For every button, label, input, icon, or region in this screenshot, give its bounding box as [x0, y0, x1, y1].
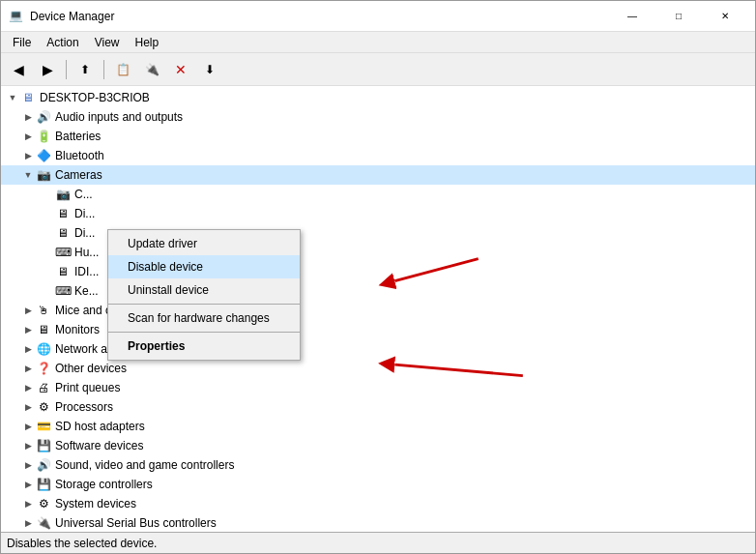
status-text: Disables the selected device. [7, 537, 157, 550]
tree-item-batteries[interactable]: ▶ 🔋 Batteries [1, 127, 755, 146]
expand-software[interactable]: ▶ [20, 438, 36, 453]
toolbar-properties[interactable]: 📋 [109, 57, 136, 82]
audio-label: Audio inputs and outputs [55, 110, 183, 124]
di1-label: Di... [74, 207, 95, 220]
toolbar: ◀ ▶ ⬆ 📋 🔌 ✕ ⬇ [1, 53, 755, 86]
tree-item-sound[interactable]: ▶ 🔊 Sound, video and game controllers [1, 455, 755, 475]
print-label: Print queues [55, 381, 120, 394]
tree-item-di1[interactable]: 🖥 Di... [1, 204, 755, 223]
tree-item-system[interactable]: ▶ ⚙ System devices [1, 494, 755, 513]
tree-panel[interactable]: ▼ 🖥 DESKTOP-B3CRIOB ▶ 🔊 Audio inputs and… [1, 86, 755, 532]
menu-help[interactable]: Help [128, 34, 167, 51]
window-title: Device Manager [30, 10, 610, 23]
tree-root[interactable]: ▼ 🖥 DESKTOP-B3CRIOB [1, 88, 755, 107]
audio-icon: 🔊 [36, 109, 51, 125]
toolbar-forward[interactable]: ▶ [34, 57, 61, 82]
device-manager-window: 💻 Device Manager — □ ✕ File Action View … [0, 0, 756, 554]
ctx-scan-hardware[interactable]: Scan for hardware changes [108, 306, 300, 330]
other-label: Other devices [55, 362, 127, 375]
menu-file[interactable]: File [5, 34, 39, 51]
expand-monitors[interactable]: ▶ [20, 322, 36, 337]
minimize-button[interactable]: — [610, 1, 654, 32]
monitors-icon: 🖥 [36, 322, 51, 337]
usb-icon: 🔌 [36, 515, 51, 531]
tree-item-audio[interactable]: ▶ 🔊 Audio inputs and outputs [1, 107, 755, 127]
expand-mice[interactable]: ▶ [20, 303, 36, 318]
expand-usb[interactable]: ▶ [20, 515, 36, 531]
tree-item-cameras[interactable]: ▼ 📷 Cameras [1, 165, 755, 185]
idi-icon: 🖥 [55, 264, 71, 279]
network-icon: 🌐 [36, 341, 51, 357]
content-area: ▼ 🖥 DESKTOP-B3CRIOB ▶ 🔊 Audio inputs and… [1, 86, 755, 532]
expand-other[interactable]: ▶ [20, 361, 36, 376]
c1-label: C... [74, 188, 93, 201]
processors-icon: ⚙ [36, 399, 51, 415]
storage-icon: 💾 [36, 477, 51, 492]
tree-item-usb[interactable]: ▶ 🔌 Universal Serial Bus controllers [1, 513, 755, 532]
di2-icon: 🖥 [55, 225, 71, 241]
expand-system[interactable]: ▶ [20, 496, 36, 511]
expand-bluetooth[interactable]: ▶ [20, 148, 36, 163]
ke-label: Ke... [74, 284, 99, 298]
tree-item-other[interactable]: ▶ ❓ Other devices [1, 359, 755, 378]
toolbar-scan[interactable]: ⬇ [196, 57, 223, 82]
tree-item-sd[interactable]: ▶ 💳 SD host adapters [1, 417, 755, 436]
tree-item-c1[interactable]: 📷 C... [1, 185, 755, 204]
ctx-sep-1 [108, 304, 300, 305]
c1-icon: 📷 [55, 187, 71, 202]
batteries-label: Batteries [55, 130, 101, 143]
expand-network[interactable]: ▶ [20, 341, 36, 357]
tree-item-bluetooth[interactable]: ▶ 🔷 Bluetooth [1, 146, 755, 165]
sound-icon: 🔊 [36, 457, 51, 473]
mice-icon: 🖱 [36, 303, 51, 318]
toolbar-update-driver[interactable]: 🔌 [138, 57, 165, 82]
ctx-update-driver[interactable]: Update driver [108, 232, 300, 255]
menu-view[interactable]: View [87, 34, 128, 51]
expand-cameras[interactable]: ▼ [20, 167, 36, 183]
processors-label: Processors [55, 400, 113, 414]
system-label: System devices [55, 497, 136, 510]
expand-print[interactable]: ▶ [20, 380, 36, 395]
window-controls: — □ ✕ [610, 1, 747, 32]
software-icon: 💾 [36, 438, 51, 453]
tree-item-print[interactable]: ▶ 🖨 Print queues [1, 378, 755, 397]
sd-icon: 💳 [36, 419, 51, 434]
expand-processors[interactable]: ▶ [20, 399, 36, 415]
menu-action[interactable]: Action [39, 34, 86, 51]
storage-label: Storage controllers [55, 478, 153, 491]
toolbar-up[interactable]: ⬆ [72, 57, 99, 82]
maximize-button[interactable]: □ [656, 1, 701, 32]
bluetooth-label: Bluetooth [55, 149, 104, 162]
sd-label: SD host adapters [55, 420, 145, 433]
expand-sd[interactable]: ▶ [20, 419, 36, 434]
ctx-disable-device[interactable]: Disable device [108, 255, 300, 278]
ke-icon: ⌨ [55, 283, 71, 299]
toolbar-sep-1 [66, 60, 67, 79]
hu-icon: ⌨ [55, 245, 71, 260]
usb-label: Universal Serial Bus controllers [55, 516, 217, 530]
cameras-label: Cameras [55, 168, 102, 182]
toolbar-back[interactable]: ◀ [5, 57, 32, 82]
tree-item-software[interactable]: ▶ 💾 Software devices [1, 436, 755, 455]
tree-item-processors[interactable]: ▶ ⚙ Processors [1, 397, 755, 417]
expand-audio[interactable]: ▶ [20, 109, 36, 125]
batteries-icon: 🔋 [36, 129, 51, 144]
expand-batteries[interactable]: ▶ [20, 129, 36, 144]
menu-bar: File Action View Help [1, 32, 755, 53]
ctx-properties[interactable]: Properties [108, 335, 300, 358]
toolbar-sep-2 [103, 60, 104, 79]
toolbar-disable[interactable]: ✕ [167, 57, 194, 82]
tree-item-storage[interactable]: ▶ 💾 Storage controllers [1, 475, 755, 494]
root-icon: 🖥 [20, 90, 36, 105]
ctx-sep-2 [108, 332, 300, 333]
expand-sound[interactable]: ▶ [20, 457, 36, 473]
expand-root[interactable]: ▼ [5, 90, 20, 105]
sound-label: Sound, video and game controllers [55, 458, 234, 472]
expand-storage[interactable]: ▶ [20, 477, 36, 492]
hu-label: Hu... [74, 246, 99, 259]
close-button[interactable]: ✕ [703, 1, 747, 32]
app-icon: 💻 [9, 9, 24, 24]
system-icon: ⚙ [36, 496, 51, 511]
ctx-uninstall-device[interactable]: Uninstall device [108, 278, 300, 302]
di2-label: Di... [74, 226, 95, 240]
